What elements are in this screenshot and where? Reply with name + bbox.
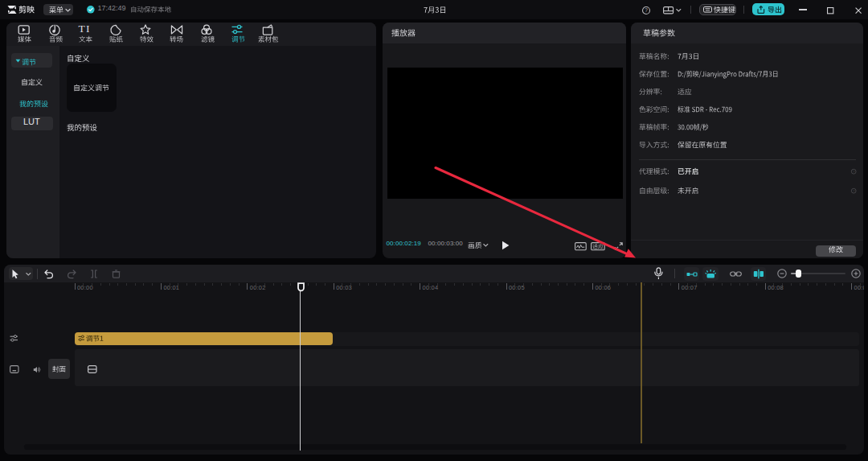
svg-text:?: ? xyxy=(853,169,855,173)
svg-text:?: ? xyxy=(853,189,855,193)
svg-text:?: ? xyxy=(645,7,648,13)
